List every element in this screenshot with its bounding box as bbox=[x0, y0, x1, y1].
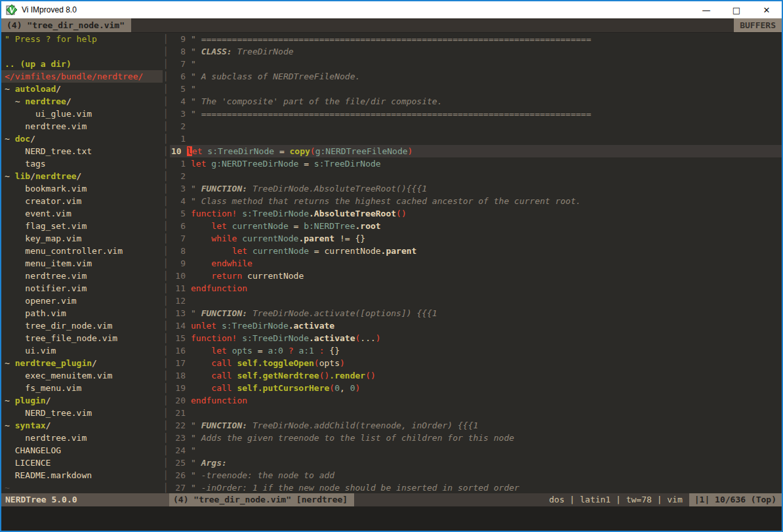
minimize-button[interactable]: — bbox=[691, 1, 721, 18]
window-separator[interactable]: │││││││││││││││││││││││││││││││││││││ bbox=[163, 33, 170, 493]
line-number: 4 bbox=[170, 95, 191, 108]
code-line[interactable]: 15function! s:TreeDirNode.activate(...) bbox=[170, 332, 782, 344]
code-line[interactable]: 13" FUNCTION: TreeDirNode.activate([opti… bbox=[170, 307, 782, 319]
code-line[interactable]: 24" bbox=[170, 444, 782, 457]
tree-item[interactable]: " Press ? for help bbox=[1, 33, 163, 45]
tree-item[interactable]: .. (up a dir) bbox=[1, 58, 163, 70]
code-line[interactable]: 10let s:TreeDirNode = copy(g:NERDTreeFil… bbox=[170, 145, 782, 157]
tree-item[interactable]: key_map.vim bbox=[1, 232, 163, 245]
code-line[interactable]: 21 bbox=[170, 407, 782, 419]
code-line[interactable]: 7 while currentNode.parent != {} bbox=[170, 232, 782, 245]
code-line[interactable]: 2 bbox=[170, 120, 782, 133]
code-line[interactable]: 19 call self.putCursorHere(0, 0) bbox=[170, 382, 782, 394]
tree-item[interactable]: ~ autoload/ bbox=[1, 83, 163, 95]
code-line[interactable]: 7" bbox=[170, 58, 782, 70]
code-line[interactable]: 4" The 'composite' part of the file/dir … bbox=[170, 95, 782, 108]
code-line[interactable]: 22" FUNCTION: TreeDirNode.addChild(treen… bbox=[170, 419, 782, 432]
tree-item[interactable]: nerdtree.vim bbox=[1, 432, 163, 444]
code-line[interactable]: 1let g:NERDTreeDirNode = s:TreeDirNode bbox=[170, 157, 782, 170]
tree-item[interactable]: nerdtree.vim bbox=[1, 120, 163, 133]
line-number: 3 bbox=[170, 182, 191, 195]
tree-item[interactable]: tree_dir_node.vim bbox=[1, 319, 163, 332]
tree-item[interactable]: exec_menuitem.vim bbox=[1, 369, 163, 382]
command-line[interactable] bbox=[1, 506, 782, 531]
tree-item[interactable]: fs_menu.vim bbox=[1, 382, 163, 394]
line-number: 23 bbox=[170, 432, 191, 444]
code-line[interactable]: 14unlet s:TreeDirNode.activate bbox=[170, 319, 782, 332]
line-number: 9 bbox=[170, 257, 191, 270]
tree-item[interactable]: opener.vim bbox=[1, 295, 163, 307]
code-line[interactable]: 26" -treenode: the node to add bbox=[170, 469, 782, 481]
code-line[interactable]: 3" FUNCTION: TreeDirNode.AbsoluteTreeRoo… bbox=[170, 182, 782, 195]
tree-item[interactable]: notifier.vim bbox=[1, 282, 163, 295]
code-line[interactable]: 11endfunction bbox=[170, 282, 782, 295]
line-number: 21 bbox=[170, 407, 191, 419]
code-line[interactable]: 3" =====================================… bbox=[170, 108, 782, 120]
tree-item[interactable]: LICENCE bbox=[1, 457, 163, 469]
code-line[interactable]: 12 bbox=[170, 295, 782, 307]
close-button[interactable]: ✕ bbox=[752, 1, 782, 18]
tree-item[interactable]: ~ lib/nerdtree/ bbox=[1, 170, 163, 182]
tree-item[interactable]: ~ syntax/ bbox=[1, 419, 163, 432]
tree-item[interactable]: NERD_tree.txt bbox=[1, 145, 163, 157]
line-number: 15 bbox=[170, 332, 191, 344]
code-line[interactable]: 8" CLASS: TreeDirNode bbox=[170, 45, 782, 58]
vim-logo-icon bbox=[6, 4, 18, 16]
line-number: 3 bbox=[170, 108, 191, 120]
line-number: 4 bbox=[170, 195, 191, 207]
line-number: 7 bbox=[170, 58, 191, 70]
line-number: 2 bbox=[170, 120, 191, 133]
tree-item[interactable]: ui.vim bbox=[1, 344, 163, 357]
code-line[interactable]: 16 let opts = a:0 ? a:1 : {} bbox=[170, 344, 782, 357]
code-line[interactable]: 10 return currentNode bbox=[170, 270, 782, 282]
tree-item[interactable]: NERD_tree.vim bbox=[1, 407, 163, 419]
tree-item[interactable]: path.vim bbox=[1, 307, 163, 319]
tree-item[interactable]: </vimfiles/bundle/nerdtree/ bbox=[1, 70, 163, 83]
tree-item[interactable] bbox=[1, 45, 163, 58]
tree-item[interactable]: ~ nerdtree_plugin/ bbox=[1, 357, 163, 369]
code-line[interactable]: 17 call self.toggleOpen(opts) bbox=[170, 357, 782, 369]
code-line[interactable]: 5" bbox=[170, 83, 782, 95]
tree-item[interactable]: flag_set.vim bbox=[1, 220, 163, 232]
title-bar[interactable]: Vi IMproved 8.0 — □ ✕ bbox=[1, 1, 782, 18]
tree-item[interactable]: ~ bbox=[1, 481, 163, 493]
tree-item[interactable]: ~ nerdtree/ bbox=[1, 95, 163, 108]
tree-item[interactable]: bookmark.vim bbox=[1, 182, 163, 195]
code-line[interactable]: 8 let currentNode = currentNode.parent bbox=[170, 245, 782, 257]
tree-item[interactable]: menu_controller.vim bbox=[1, 245, 163, 257]
tree-item[interactable]: ~ plugin/ bbox=[1, 394, 163, 407]
tree-item[interactable]: ~ doc/ bbox=[1, 133, 163, 145]
tree-item[interactable]: nerdtree.vim bbox=[1, 270, 163, 282]
line-number: 6 bbox=[170, 220, 191, 232]
tree-item[interactable]: README.markdown bbox=[1, 469, 163, 481]
editor-panel: 9" =====================================… bbox=[170, 33, 782, 493]
tree-item[interactable]: event.vim bbox=[1, 207, 163, 220]
tree-item[interactable]: ui_glue.vim bbox=[1, 108, 163, 120]
tree-item[interactable]: CHANGELOG bbox=[1, 444, 163, 457]
code-line[interactable]: 23" Adds the given treenode to the list … bbox=[170, 432, 782, 444]
code-line[interactable]: 6" A subclass of NERDTreeFileNode. bbox=[170, 70, 782, 83]
maximize-button[interactable]: □ bbox=[721, 1, 752, 18]
code-line[interactable]: 27" -inOrder: 1 if the new node should b… bbox=[170, 481, 782, 493]
code-line[interactable]: 18 call self.getNerdtree().render() bbox=[170, 369, 782, 382]
code-line[interactable]: 25" Args: bbox=[170, 457, 782, 469]
line-number: 1 bbox=[170, 157, 191, 170]
code-line[interactable]: 2 bbox=[170, 170, 782, 182]
tree-item[interactable]: menu_item.vim bbox=[1, 257, 163, 270]
code-line[interactable]: 20endfunction bbox=[170, 394, 782, 407]
code-line[interactable]: 5function! s:TreeDirNode.AbsoluteTreeRoo… bbox=[170, 207, 782, 220]
tab-tree-dir-node[interactable]: (4) "tree_dir_node.vim" bbox=[1, 18, 131, 32]
line-number: 10 bbox=[170, 145, 187, 157]
tree-item[interactable]: creator.vim bbox=[1, 195, 163, 207]
line-number: 17 bbox=[170, 357, 191, 369]
code-line[interactable]: 9" =====================================… bbox=[170, 33, 782, 45]
line-number: 16 bbox=[170, 344, 191, 357]
tree-item[interactable]: tags bbox=[1, 157, 163, 170]
tree-item[interactable]: tree_file_node.vim bbox=[1, 332, 163, 344]
code-line[interactable]: 6 let currentNode = b:NERDTree.root bbox=[170, 220, 782, 232]
code-line[interactable]: 1 bbox=[170, 133, 782, 145]
code-line[interactable]: 9 endwhile bbox=[170, 257, 782, 270]
line-number: 7 bbox=[170, 232, 191, 245]
code-line[interactable]: 4" Class method that returns the highest… bbox=[170, 195, 782, 207]
line-number: 25 bbox=[170, 457, 191, 469]
